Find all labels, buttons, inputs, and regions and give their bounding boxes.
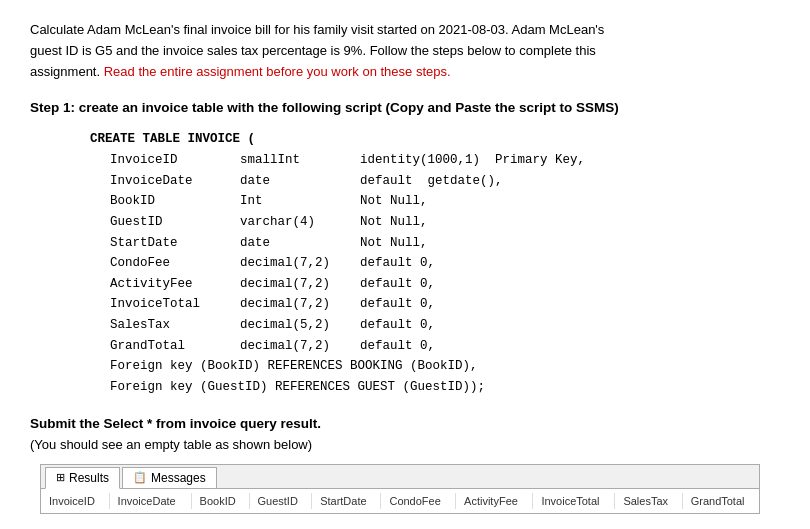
col-invoicedate: InvoiceDate <box>109 493 191 509</box>
field-bookid: BookID Int Not Null, <box>110 191 780 212</box>
field-invoicetotal: InvoiceTotal decimal(7,2) default 0, <box>110 294 780 315</box>
results-table-container: InvoiceID InvoiceDate BookID GuestID Sta… <box>41 489 759 513</box>
submit-subtext: (You should see an empty table as shown … <box>30 437 780 452</box>
table-name: INVOICE ( <box>188 129 256 150</box>
field-guestid: GuestID varchar(4) Not Null, <box>110 212 780 233</box>
tab-messages[interactable]: 📋 Messages <box>122 467 217 488</box>
col-salestax: SalesTax <box>615 493 682 509</box>
fk2: Foreign key (GuestID) REFERENCES GUEST (… <box>110 377 780 398</box>
code-create-table: CREATE TABLE INVOICE ( <box>90 129 780 150</box>
intro-paragraph: Calculate Adam McLean's final invoice bi… <box>30 20 780 82</box>
col-startdate: StartDate <box>312 493 381 509</box>
field-grandtotal: GrandTotal decimal(7,2) default 0, <box>110 336 780 357</box>
keyword-create-table: CREATE TABLE <box>90 129 188 150</box>
results-tabs: ⊞ Results 📋 Messages <box>41 465 759 489</box>
results-table: InvoiceID InvoiceDate BookID GuestID Sta… <box>41 493 759 509</box>
field-startdate: StartDate date Not Null, <box>110 233 780 254</box>
col-invoicetotal: InvoiceTotal <box>533 493 615 509</box>
col-guestid: GuestID <box>249 493 312 509</box>
intro-text-line3: assignment. <box>30 64 100 79</box>
fk1: Foreign key (BookID) REFERENCES BOOKING … <box>110 356 780 377</box>
results-panel: ⊞ Results 📋 Messages InvoiceID InvoiceDa… <box>40 464 760 514</box>
col-bookid: BookID <box>191 493 249 509</box>
field-invoiceid: InvoiceID smallInt identity(1000,1) Prim… <box>110 150 780 171</box>
field-invoicedate: InvoiceDate date default getdate(), <box>110 171 780 192</box>
col-grandtotal: GrandTotal <box>682 493 759 509</box>
tab-results-label: Results <box>69 471 109 485</box>
code-fields: InvoiceID smallInt identity(1000,1) Prim… <box>110 150 780 398</box>
messages-icon: 📋 <box>133 471 147 484</box>
sql-code-block: CREATE TABLE INVOICE ( InvoiceID smallIn… <box>90 129 780 397</box>
table-header-row: InvoiceID InvoiceDate BookID GuestID Sta… <box>41 493 759 509</box>
intro-red-text: Read the entire assignment before you wo… <box>104 64 451 79</box>
tab-results[interactable]: ⊞ Results <box>45 467 120 489</box>
intro-text-line1: Calculate Adam McLean's final invoice bi… <box>30 22 604 37</box>
intro-text-line2: guest ID is G5 and the invoice sales tax… <box>30 43 596 58</box>
col-activityfee: ActivityFee <box>456 493 533 509</box>
field-salestax: SalesTax decimal(5,2) default 0, <box>110 315 780 336</box>
tab-messages-label: Messages <box>151 471 206 485</box>
table-header: InvoiceID InvoiceDate BookID GuestID Sta… <box>41 493 759 509</box>
col-condofee: CondoFee <box>381 493 456 509</box>
results-icon: ⊞ <box>56 471 65 484</box>
field-activityfee: ActivityFee decimal(7,2) default 0, <box>110 274 780 295</box>
submit-heading: Submit the Select * from invoice query r… <box>30 416 780 431</box>
col-invoiceid: InvoiceID <box>41 493 109 509</box>
step1-heading: Step 1: create an invoice table with the… <box>30 100 780 115</box>
field-condofee: CondoFee decimal(7,2) default 0, <box>110 253 780 274</box>
